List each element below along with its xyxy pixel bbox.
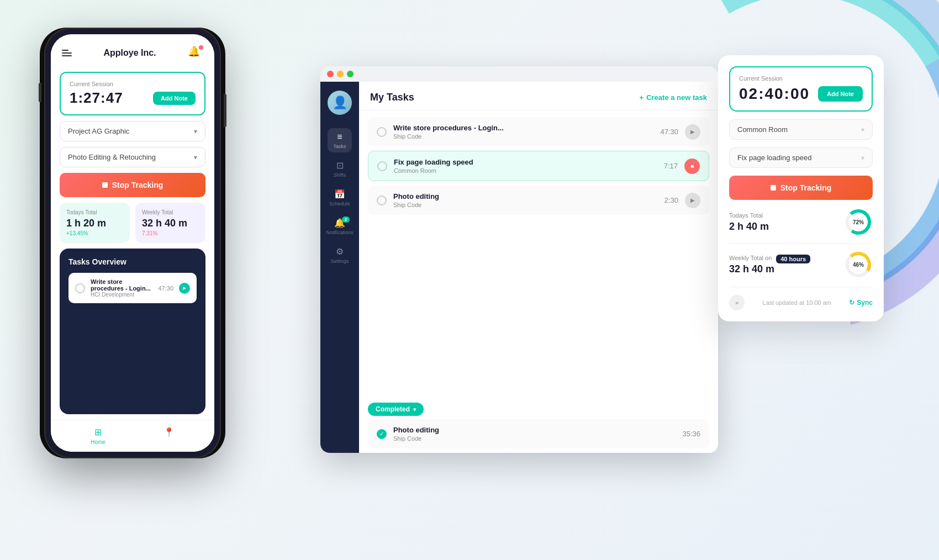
maximize-button[interactable] — [347, 71, 354, 77]
footer-chevron-button[interactable]: » — [729, 295, 745, 310]
tasks-overview-title: Tasks Overview — [68, 257, 197, 266]
hamburger-icon[interactable] — [62, 50, 72, 56]
weekly-total-change: 7.31% — [142, 230, 199, 236]
app-title: Apploye Inc. — [103, 48, 156, 58]
todays-total-label: Todays Total — [66, 209, 123, 215]
sidebar-notifications-label: Notifications — [326, 230, 353, 235]
user-avatar: 👤 — [328, 91, 352, 115]
weekly-total-value: 32 h 40 m — [142, 218, 199, 229]
task-sub: HCI Development — [91, 292, 152, 298]
close-button[interactable] — [327, 71, 334, 77]
task-duration: 2:30 — [664, 196, 678, 204]
rp-stats: Todays Total 2 h 40 m 72% Weekly Total o… — [729, 208, 873, 279]
task-project: Ship Code — [393, 133, 653, 140]
task-details: Fix page loading speed Common Room — [394, 158, 657, 174]
sidebar-schedule-label: Schedule — [329, 201, 350, 207]
nav-location[interactable]: 📍 — [163, 427, 175, 445]
sidebar-tasks-label: Tasks — [333, 144, 346, 149]
rp-session-time: 02:40:00 — [739, 85, 810, 103]
task-details: Write store procedures - Login... Ship C… — [393, 124, 653, 140]
task-play-button[interactable]: ▶ — [685, 193, 700, 208]
tasks-title: My Tasks — [370, 92, 414, 103]
rp-footer: » Last updated at 10:00 am ↻ Sync — [729, 295, 873, 310]
rp-stop-tracking-button[interactable]: Stop Tracking — [729, 176, 873, 200]
stats-row: Todays Total 1 h 20 m +13.45% Weekly Tot… — [60, 203, 205, 243]
tasks-icon: ≡ — [337, 132, 342, 142]
task-play-button[interactable]: ▶ — [685, 124, 700, 140]
rp-todays-total: Todays Total 2 h 40 m 72% — [729, 208, 873, 236]
tasks-header: My Tasks + Create a new task — [359, 82, 718, 110]
shifts-icon: ⊡ — [336, 160, 344, 171]
sidebar-settings-label: Settings — [331, 258, 349, 264]
minimize-button[interactable] — [337, 71, 344, 77]
rp-todays-info: Todays Total 2 h 40 m — [729, 212, 769, 233]
right-panel: Current Session 02:40:00 Add Note Common… — [718, 55, 884, 321]
sidebar-item-tasks[interactable]: ≡ Tasks — [328, 128, 352, 152]
create-task-button[interactable]: + Create a new task — [640, 93, 707, 102]
completed-badge[interactable]: Completed ▾ — [368, 403, 424, 416]
task-title: Fix page loading speed — [394, 158, 657, 166]
rp-project-text: Common Room — [737, 125, 788, 134]
task-circle — [75, 283, 85, 293]
phone-header: Apploye Inc. 🔔 — [51, 34, 214, 66]
plus-icon: + — [640, 93, 644, 102]
stop-icon — [102, 182, 108, 188]
rp-weekly-info: Weekly Total on 40 hours 32 h 40 m — [729, 255, 810, 275]
rp-weekly-value: 32 h 40 m — [729, 263, 810, 275]
mobile-task-item: Write store procedures - Login... HCI De… — [68, 273, 197, 303]
weekly-hours-badge: 40 hours — [776, 255, 810, 263]
notification-dot — [199, 45, 203, 50]
completed-label: Completed — [376, 405, 410, 413]
todays-total-card: Todays Total 1 h 20 m +13.45% — [60, 203, 130, 243]
tasks-overview: Tasks Overview Write store procedures - … — [60, 249, 205, 414]
nav-home-label: Home — [91, 439, 105, 445]
completed-task-project: Ship Code — [393, 435, 676, 442]
phone-nav: ⊞ Home 📍 — [51, 420, 214, 452]
table-row: Fix page loading speed Common Room 7:17 … — [368, 151, 709, 181]
desktop-app: 👤 ≡ Tasks ⊡ Shifts 📅 Schedule 🔔 Notifica… — [320, 66, 718, 453]
sidebar-item-schedule[interactable]: 📅 Schedule — [328, 186, 352, 210]
task-stop-button[interactable]: ■ — [684, 159, 700, 174]
table-row: Photo editing Ship Code 2:30 ▶ — [368, 186, 709, 215]
project-dropdown[interactable]: Project AG Graphic ▾ — [60, 121, 205, 141]
task-title: Write store procedures - Login... — [393, 124, 653, 132]
avatar-icon: 👤 — [333, 96, 347, 110]
completed-task-row: ✓ Photo editing Ship Code 35:36 — [368, 419, 709, 448]
todays-donut-label: 72% — [853, 219, 864, 225]
task-checkbox-3[interactable] — [377, 196, 387, 205]
task-checkbox-2[interactable] — [377, 161, 387, 171]
rp-project-dropdown[interactable]: Common Room ▾ — [729, 119, 873, 140]
notification-badge: 2 — [342, 216, 350, 223]
task-project: Ship Code — [393, 202, 658, 208]
sidebar-item-settings[interactable]: ⚙ Settings — [328, 243, 352, 267]
rp-stop-label: Stop Tracking — [780, 183, 832, 192]
notification-bell[interactable]: 🔔 — [188, 45, 203, 61]
phone-screen: Apploye Inc. 🔔 Current Session 1:27:47 A… — [51, 34, 214, 452]
sync-icon: ↻ — [849, 299, 854, 307]
add-note-button[interactable]: Add Note — [153, 92, 196, 105]
session-row: 1:27:47 Add Note — [70, 89, 196, 107]
schedule-icon: 📅 — [334, 189, 345, 199]
settings-icon: ⚙ — [336, 246, 344, 257]
task-play-button[interactable]: ▶ — [179, 283, 190, 294]
task-title: Photo editing — [393, 192, 658, 200]
rp-task-dropdown[interactable]: Fix page loading speed ▾ — [729, 147, 873, 168]
table-row: Write store procedures - Login... Ship C… — [368, 117, 709, 146]
stop-tracking-button[interactable]: Stop Tracking — [60, 173, 205, 197]
nav-home[interactable]: ⊞ Home — [91, 427, 105, 445]
task-info: Write store procedures - Login... HCI De… — [91, 278, 152, 298]
sidebar-item-shifts[interactable]: ⊡ Shifts — [328, 157, 352, 181]
rp-todays-label: Todays Total — [729, 212, 769, 219]
weekly-total-label: Weekly Total — [142, 209, 199, 215]
weekly-total-card: Weekly Total 32 h 40 m 7.31% — [135, 203, 205, 243]
session-time: 1:27:47 — [70, 89, 123, 107]
task-dropdown[interactable]: Photo Editing & Retouching ▾ — [60, 147, 205, 167]
task-checkbox-1[interactable] — [377, 127, 387, 137]
rp-add-note-button[interactable]: Add Note — [818, 86, 863, 102]
sync-button[interactable]: ↻ Sync — [849, 299, 873, 307]
rp-task-text: Fix page loading speed — [737, 154, 811, 162]
bell-icon: 🔔 — [188, 46, 200, 57]
completed-task-duration: 35:36 — [682, 430, 700, 438]
task-details: Photo editing Ship Code — [393, 192, 658, 208]
sidebar-item-notifications[interactable]: 🔔 Notifications 2 — [328, 214, 352, 239]
